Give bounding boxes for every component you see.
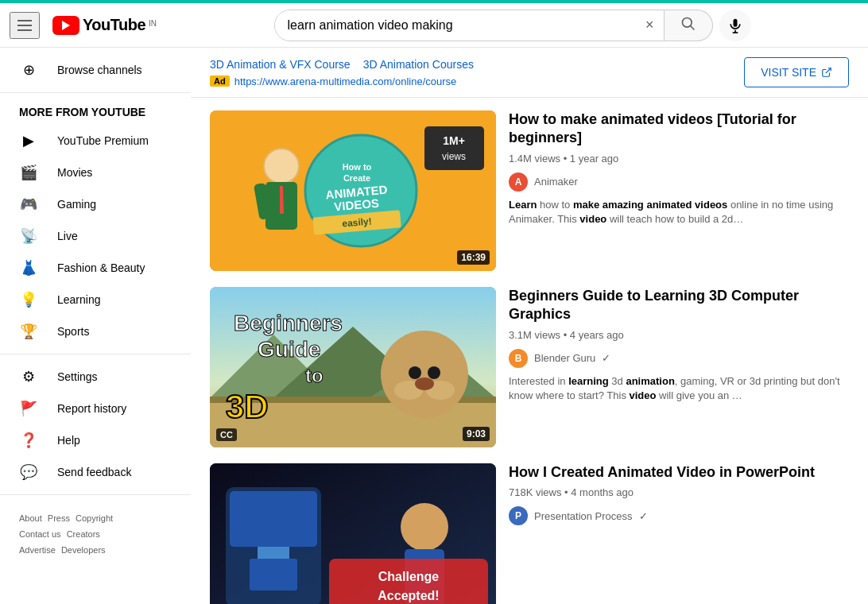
sidebar-item-youtube-premium[interactable]: ▶ YouTube Premium (0, 125, 191, 157)
sidebar-divider-1 (0, 92, 191, 93)
footer-link-contact[interactable]: Contact us (19, 529, 61, 539)
svg-rect-44 (230, 491, 317, 547)
svg-text:3D: 3D (226, 388, 269, 425)
sidebar-item-movies[interactable]: 🎬 Movies (0, 157, 191, 188)
channel-name-2: Blender Guru (534, 352, 595, 364)
youtube-logo-icon (52, 16, 79, 35)
svg-text:views: views (442, 151, 466, 162)
video-item-2[interactable]: Beginners Guide to 3D (210, 287, 849, 447)
sidebar-item-live[interactable]: 📡 Live (0, 220, 191, 252)
channel-avatar-2: B (509, 349, 528, 368)
sidebar-item-gaming[interactable]: 🎮 Gaming (0, 188, 191, 220)
sidebar-item-fashion-beauty[interactable]: 👗 Fashion & Beauty (0, 252, 191, 284)
header-left: YouTubeIN (10, 12, 157, 39)
ad-link-2[interactable]: 3D Animation Courses (363, 58, 474, 71)
sidebar-item-send-feedback[interactable]: 💬 Send feedback (0, 456, 191, 488)
sidebar-item-report-history[interactable]: 🚩 Report history (0, 393, 191, 424)
video-thumbnail-1: How to Create ANIMATED VIDEOS easily! 1M… (210, 110, 496, 271)
video-time-2: 4 years ago (570, 329, 624, 341)
sports-icon: 🏆 (19, 323, 38, 340)
search-clear-button[interactable]: × (636, 10, 664, 41)
svg-text:1M+: 1M+ (443, 134, 465, 147)
help-icon: ❓ (19, 432, 38, 449)
svg-text:Challenge: Challenge (378, 570, 440, 583)
footer-link-copyright[interactable]: Copyright (76, 513, 113, 523)
svg-text:Create: Create (343, 173, 370, 183)
svg-rect-45 (250, 559, 297, 590)
video-time-1: 1 year ago (570, 153, 618, 165)
search-input-wrap: × (274, 10, 665, 41)
content-area: 3D Animation & VFX Course 3D Animation C… (191, 48, 868, 604)
ad-url-row: Ad https://www.arena-multimedia.com/onli… (210, 76, 474, 87)
footer-link-about[interactable]: About (19, 513, 42, 523)
video-dot-1: • (564, 153, 570, 165)
svg-line-5 (826, 68, 831, 73)
sidebar-label-gaming: Gaming (57, 198, 96, 211)
mic-button[interactable] (719, 10, 751, 41)
svg-line-1 (690, 26, 694, 30)
channel-row-2: B Blender Guru ✓ (509, 349, 849, 368)
ad-banner: 3D Animation & VFX Course 3D Animation C… (191, 48, 868, 98)
search-input[interactable] (275, 10, 636, 41)
svg-text:Beginners: Beginners (234, 311, 343, 335)
svg-text:Accepted!: Accepted! (378, 589, 439, 602)
sidebar-label-learning: Learning (57, 293, 101, 306)
visit-site-label: VISIT SITE (761, 66, 816, 79)
video-meta-3: 718K views • 4 months ago (509, 486, 849, 498)
video-item-1[interactable]: How to Create ANIMATED VIDEOS easily! 1M… (210, 110, 849, 271)
channel-row-3: P Presentation Process ✓ (509, 506, 849, 525)
footer-link-advertise[interactable]: Advertise (19, 545, 56, 555)
video-views-1: 1.4M views (509, 153, 560, 165)
plus-circle-icon: ⊕ (19, 61, 38, 79)
gaming-icon: 🎮 (19, 196, 38, 213)
svg-rect-14 (424, 126, 484, 170)
fashion-beauty-icon: 👗 (19, 259, 38, 277)
channel-name-1: Animaker (534, 176, 578, 188)
footer-link-creators[interactable]: Creators (67, 529, 100, 539)
more-from-youtube-label: MORE FROM YOUTUBE (0, 99, 191, 125)
visit-site-button[interactable]: VISIT SITE (744, 57, 849, 87)
svg-point-39 (401, 503, 448, 551)
live-icon: 📡 (19, 227, 38, 245)
svg-point-32 (381, 331, 468, 418)
ad-url[interactable]: https://www.arena-multimedia.com/online/… (234, 76, 457, 87)
footer-link-developers[interactable]: Developers (61, 545, 106, 555)
sidebar-item-help[interactable]: ❓ Help (0, 424, 191, 456)
settings-icon: ⚙ (19, 368, 38, 385)
sidebar-divider-2 (0, 354, 191, 354)
svg-rect-2 (733, 18, 737, 26)
video-title-1: How to make animated videos [Tutorial fo… (509, 110, 849, 148)
svg-point-35 (409, 366, 421, 379)
hamburger-button[interactable] (10, 12, 40, 39)
channel-avatar-3: P (509, 506, 528, 525)
svg-point-0 (682, 18, 692, 28)
verified-icon-2: ✓ (602, 352, 610, 364)
search-button[interactable] (665, 10, 713, 41)
sidebar-item-learning[interactable]: 💡 Learning (0, 284, 191, 316)
svg-text:How to: How to (343, 162, 372, 172)
learning-icon: 💡 (19, 291, 38, 308)
video-item-3[interactable]: Challenge Accepted! How I Created Animat… (210, 463, 849, 604)
video-time-3: 4 months ago (571, 486, 634, 498)
video-title-3: How I Created Animated Video in PowerPoi… (509, 463, 849, 482)
sidebar-label-fashion-beauty: Fashion & Beauty (57, 261, 145, 274)
sidebar-label-youtube-premium: YouTube Premium (57, 134, 149, 147)
logo[interactable]: YouTubeIN (52, 16, 157, 35)
report-history-icon: 🚩 (19, 400, 38, 417)
header: YouTubeIN × (0, 3, 868, 48)
channel-avatar-1: A (509, 172, 528, 192)
sidebar-label-movies: Movies (57, 166, 92, 179)
ad-link-1[interactable]: 3D Animation & VFX Course (210, 58, 351, 71)
sidebar-divider-3 (0, 494, 191, 495)
footer-link-press[interactable]: Press (48, 513, 70, 523)
search-bar: × (274, 10, 751, 41)
sidebar-item-sports[interactable]: 🏆 Sports (0, 316, 191, 347)
sidebar-footer: About Press Copyright Contact us Creator… (0, 501, 191, 567)
sidebar-item-browse-channels[interactable]: ⊕ Browse channels (0, 54, 191, 86)
video-thumbnail-3: Challenge Accepted! (210, 463, 496, 604)
video-dot-2: • (564, 329, 570, 341)
ad-left: 3D Animation & VFX Course 3D Animation C… (210, 58, 474, 87)
duration-badge-1: 16:39 (457, 250, 490, 265)
sidebar-item-settings[interactable]: ⚙ Settings (0, 361, 191, 393)
browse-channels-label: Browse channels (57, 64, 142, 76)
